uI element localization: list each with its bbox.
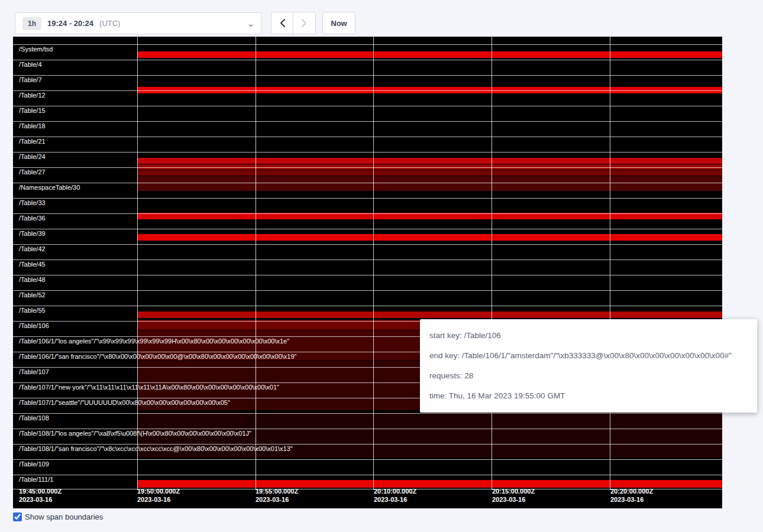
heat-band[interactable] (137, 51, 722, 58)
heat-band[interactable] (137, 170, 722, 176)
heat-band[interactable] (137, 234, 722, 241)
span-boundary-line (13, 213, 722, 214)
x-axis-label: 19:50:00.000Z2023-03-16 (137, 487, 180, 504)
x-axis-time: 20:20:00.000Z (610, 487, 653, 495)
row-label: /Table/109 (19, 460, 49, 468)
tooltip-start-key: start key: /Table/106 (429, 330, 748, 341)
x-axis-time: 19:55:00.000Z (256, 487, 298, 495)
x-axis-date: 2023-03-16 (137, 495, 180, 504)
row-label: /NamespaceTable/30 (19, 184, 80, 191)
x-axis-label: 19:45:00.000Z2023-03-16 (19, 487, 62, 504)
x-axis-label: 19:55:00.000Z2023-03-16 (256, 487, 298, 504)
span-boundary-line (13, 167, 722, 168)
span-boundary-line (13, 429, 722, 429)
time-gridline (137, 37, 138, 490)
x-axis-time: 20:10:00.000Z (374, 487, 416, 495)
span-boundary-line (13, 244, 722, 245)
span-boundary-line (13, 229, 722, 229)
hover-tooltip: start key: /Table/106 end key: /Table/10… (420, 319, 757, 413)
row-label: /Table/18 (19, 122, 46, 129)
span-boundary-line (13, 413, 722, 414)
time-preset-badge: 1h (22, 17, 41, 30)
row-label: /Table/4 (19, 61, 42, 68)
row-label: /Table/15 (19, 107, 46, 114)
x-axis-time: 20:15:00.000Z (492, 487, 535, 495)
span-boundary-line (13, 90, 722, 91)
time-gridline (256, 37, 256, 490)
x-axis-time: 19:45:00.000Z (19, 487, 62, 495)
tooltip-time: time: Thu, 16 Mar 2023 19:55:00 GMT (429, 391, 748, 401)
span-boundary-line (13, 459, 722, 460)
next-time-button[interactable] (293, 12, 316, 34)
time-gridline (373, 37, 374, 490)
chevron-right-icon (301, 18, 308, 28)
x-axis-label: 20:15:00.000Z2023-03-16 (492, 487, 535, 504)
row-label: /Table/33 (19, 199, 46, 206)
span-boundary-line (13, 444, 722, 445)
tooltip-end-key: end key: /Table/106/1/"amsterdam"/"\xb33… (429, 351, 748, 361)
row-label: /Table/108 (19, 414, 49, 421)
span-boundary-line (13, 44, 722, 45)
row-label: /Table/36 (19, 215, 46, 222)
span-boundary-line (13, 475, 722, 475)
row-label: /Table/108/1/"los angeles"/"\xa8\xf5\u00… (19, 430, 251, 437)
x-axis-date: 2023-03-16 (19, 495, 62, 504)
row-label: /Table/106/1/"san francisco"/"\x80\x00\x… (19, 353, 297, 360)
row-label: /Table/27 (19, 168, 46, 176)
show-span-boundaries-label: Show span boundaries (25, 512, 103, 521)
row-label: /Table/55 (19, 307, 46, 314)
key-visualizer-canvas[interactable]: /System/tsd/Table/4/Table/7/Table/12/Tab… (13, 37, 722, 508)
x-axis-date: 2023-03-16 (610, 495, 653, 504)
show-span-boundaries-checkbox[interactable] (13, 512, 22, 521)
span-boundary-line (13, 137, 722, 137)
row-label: /Table/24 (19, 153, 46, 160)
row-label: /Table/107/1/"new york"/"\x11\x11\x11\x1… (19, 384, 279, 391)
heat-band[interactable] (137, 158, 722, 164)
x-axis-time: 19:50:00.000Z (137, 487, 180, 495)
show-span-boundaries-toggle[interactable]: Show span boundaries (13, 512, 103, 521)
heat-band[interactable] (137, 312, 722, 318)
row-label: /Table/108/1/"san francisco"/"\x8c\xcc\x… (19, 445, 293, 452)
x-axis-date: 2023-03-16 (256, 495, 298, 504)
time-gridline (492, 37, 492, 490)
row-label: /Table/7 (19, 76, 42, 83)
row-label: /Table/106/1/"los angeles"/"\x99\x99\x99… (19, 338, 289, 345)
row-label: /Table/48 (19, 276, 46, 283)
row-label: /Table/45 (19, 261, 46, 268)
row-label: /System/tsd (19, 46, 53, 53)
tooltip-requests: requests: 28 (429, 371, 748, 381)
span-boundary-line (13, 60, 722, 60)
row-label: /Table/111/1 (19, 476, 53, 483)
time-nav-group (271, 12, 316, 34)
row-label: /Table/52 (19, 291, 46, 299)
row-label: /Table/39 (19, 230, 46, 237)
time-gridline (610, 37, 610, 490)
span-boundary-line (13, 275, 722, 275)
x-axis-date: 2023-03-16 (374, 495, 416, 504)
timezone-label: (UTC) (99, 19, 120, 28)
time-range-selector[interactable]: 1h 19:24 - 20:24 (UTC) ⌄ (15, 12, 262, 34)
chevron-down-icon: ⌄ (247, 21, 254, 27)
span-boundary-line (13, 290, 722, 291)
span-boundary-line (13, 183, 722, 183)
row-label: /Table/106 (19, 322, 49, 329)
row-label: /Table/21 (19, 138, 46, 145)
row-label: /Table/12 (19, 92, 46, 99)
row-label: /Table/42 (19, 245, 46, 252)
span-boundary-line (13, 152, 722, 153)
x-axis-date: 2023-03-16 (492, 495, 535, 504)
prev-time-button[interactable] (271, 12, 293, 34)
span-boundary-line (13, 121, 722, 122)
row-label: /Table/107 (19, 368, 49, 375)
x-axis-label: 20:20:00.000Z2023-03-16 (610, 487, 653, 504)
now-button[interactable]: Now (322, 12, 355, 34)
chevron-left-icon (279, 18, 286, 28)
row-label: /Table/107/1/"seattle"/"UUUUUUD\x00\x80\… (19, 399, 230, 406)
span-boundary-line (13, 106, 722, 106)
time-range-text: 19:24 - 20:24 (47, 19, 93, 28)
heat-band[interactable] (137, 176, 722, 191)
span-boundary-line (13, 198, 722, 199)
span-boundary-line (13, 75, 722, 76)
span-boundary-line (13, 306, 722, 306)
x-axis-label: 20:10:00.000Z2023-03-16 (374, 487, 416, 504)
